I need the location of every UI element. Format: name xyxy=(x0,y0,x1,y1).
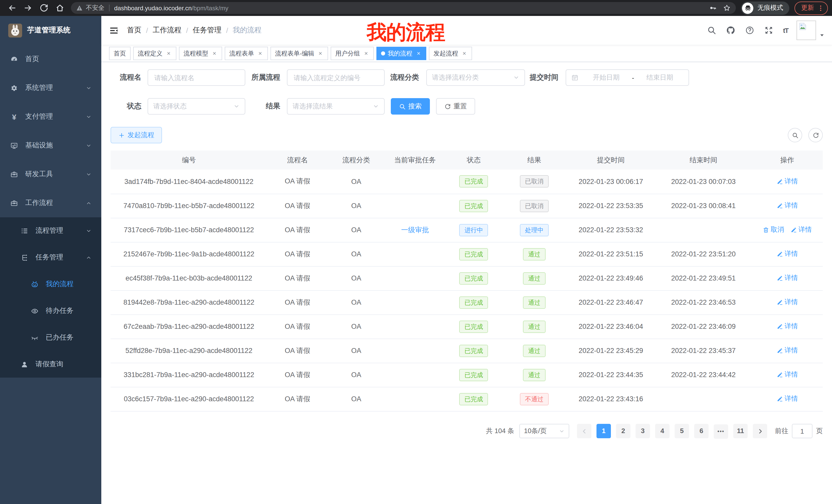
chevron-down-icon xyxy=(233,103,240,109)
sidebar-item-待办任务[interactable]: 待办任务 xyxy=(0,298,101,324)
process-name-input[interactable] xyxy=(148,69,245,86)
column-header-当前审批任务: 当前审批任务 xyxy=(385,150,445,170)
详情-action-link[interactable]: 详情 xyxy=(776,346,798,355)
fullscreen-icon[interactable] xyxy=(764,26,773,35)
table-row: 331bc281-7b9a-11ec-a290-acde48001122OA 请… xyxy=(110,363,823,387)
sidebar-item-流程管理[interactable]: 流程管理 xyxy=(0,217,101,244)
close-icon[interactable]: × xyxy=(363,50,369,57)
submit-time-range-picker[interactable]: 开始日期 - 结束日期 xyxy=(566,69,689,86)
close-icon[interactable]: × xyxy=(257,50,263,57)
next-page-button[interactable] xyxy=(753,424,767,438)
search-icon[interactable] xyxy=(707,26,716,35)
sidebar-item-首页[interactable]: 首页 xyxy=(0,45,101,74)
tab-我的流程[interactable]: 我的流程× xyxy=(376,47,426,60)
result-select[interactable]: 请选择流结果 xyxy=(287,98,385,115)
sidebar-item-我的流程[interactable]: 我的流程 xyxy=(0,271,101,298)
breadcrumb-item[interactable]: 首页 xyxy=(127,26,141,35)
sidebar-item-请假查询[interactable]: 请假查询 xyxy=(0,351,101,377)
help-icon[interactable] xyxy=(745,26,754,35)
sidebar-item-已办任务[interactable]: 已办任务 xyxy=(0,324,101,351)
github-icon[interactable] xyxy=(726,26,735,35)
bookmark-star-icon[interactable] xyxy=(723,4,731,12)
app-logo[interactable]: 芋道管理系统 xyxy=(0,16,101,45)
tab-流程定义[interactable]: 流程定义× xyxy=(133,47,176,60)
cell-task xyxy=(385,266,445,290)
font-size-icon[interactable]: tT xyxy=(783,26,788,34)
refresh-table-button[interactable] xyxy=(808,128,823,142)
collapse-sidebar-icon[interactable] xyxy=(109,25,119,35)
avatar-caret-icon[interactable] xyxy=(819,32,825,38)
page-size-select[interactable]: 10条/页 xyxy=(519,424,569,438)
sidebar-item-任务管理[interactable]: 任务管理 xyxy=(0,244,101,271)
tab-发起流程[interactable]: 发起流程× xyxy=(429,47,472,60)
close-icon[interactable]: × xyxy=(317,50,323,57)
back-icon[interactable] xyxy=(8,4,17,12)
page-button-1[interactable]: 1 xyxy=(597,424,611,438)
status-select[interactable]: 请选择状态 xyxy=(148,98,245,115)
详情-action-link[interactable]: 详情 xyxy=(790,225,812,234)
详情-action-link[interactable]: 详情 xyxy=(776,298,798,307)
forward-icon[interactable] xyxy=(24,4,32,12)
sidebar-item-工作流程[interactable]: 工作流程 xyxy=(0,189,101,217)
close-icon[interactable]: × xyxy=(165,50,172,57)
process-definition-input[interactable] xyxy=(287,69,385,86)
show-search-button[interactable] xyxy=(788,128,802,142)
详情-action-link[interactable]: 详情 xyxy=(776,274,798,283)
tab-流程模型[interactable]: 流程模型× xyxy=(179,47,222,60)
cell-id: 7317cec6-7b9b-11ec-b5b7-acde48001122 xyxy=(110,218,267,242)
current-task-link[interactable]: 一级审批 xyxy=(401,226,429,233)
sidebar-item-基础设施[interactable]: 基础设施 xyxy=(0,131,101,160)
prev-page-button[interactable] xyxy=(577,424,591,438)
goto-page-input[interactable] xyxy=(792,424,812,438)
page-button-11[interactable]: 11 xyxy=(733,424,748,438)
password-key-icon[interactable] xyxy=(709,4,717,12)
详情-action-link[interactable]: 详情 xyxy=(776,201,798,211)
page-button-2[interactable]: 2 xyxy=(616,424,630,438)
tab-用户分组[interactable]: 用户分组× xyxy=(331,47,374,60)
cell-id: 2152467e-7b9b-11ec-9a1b-acde48001122 xyxy=(110,242,267,266)
sidebar-item-label: 支付管理 xyxy=(25,112,53,121)
table-header-row: 编号流程名流程分类当前审批任务状态结果提交时间结束时间操作 xyxy=(110,150,823,170)
取消-action-link[interactable]: 取消 xyxy=(762,225,784,234)
sidebar-item-支付管理[interactable]: ¥支付管理 xyxy=(0,102,101,131)
page-ellipsis[interactable]: ••• xyxy=(714,424,728,439)
breadcrumb-item[interactable]: 任务管理 xyxy=(193,26,222,35)
avatar[interactable] xyxy=(797,21,816,40)
详情-action-link[interactable]: 详情 xyxy=(776,249,798,259)
reload-icon[interactable] xyxy=(40,4,48,12)
page-button-4[interactable]: 4 xyxy=(655,424,670,438)
edit-icon xyxy=(776,371,783,378)
详情-action-link[interactable]: 详情 xyxy=(776,370,798,380)
cell-end-time xyxy=(655,387,752,411)
goto-label: 前往 xyxy=(775,426,788,436)
详情-action-link[interactable]: 详情 xyxy=(776,394,798,403)
start-process-button[interactable]: 发起流程 xyxy=(110,127,162,143)
sidebar-item-系统管理[interactable]: 系统管理 xyxy=(0,74,101,102)
status-badge: 进行中 xyxy=(460,224,488,236)
tab-首页[interactable]: 首页 xyxy=(109,47,131,60)
page-content: 流程名 所属流程 流程分类 请选择流程分类 提交时间 开始日期 - 结束日期 xyxy=(101,62,832,504)
close-icon[interactable]: × xyxy=(415,50,422,57)
page-button-3[interactable]: 3 xyxy=(635,424,650,438)
category-select[interactable]: 请选择流程分类 xyxy=(426,69,525,86)
page-button-5[interactable]: 5 xyxy=(675,424,689,438)
cell-process-name: OA 请假 xyxy=(267,218,328,242)
tab-流程表单[interactable]: 流程表单× xyxy=(225,47,268,60)
reset-button[interactable]: 重置 xyxy=(436,98,475,115)
search-button[interactable]: 搜索 xyxy=(391,98,430,115)
page-button-6[interactable]: 6 xyxy=(694,424,709,438)
home-icon[interactable] xyxy=(55,4,64,12)
close-icon[interactable]: × xyxy=(211,50,217,57)
url-bar[interactable]: 不安全 dashboard.yudao.iocoder.cn/bpm/task/… xyxy=(71,2,736,14)
详情-action-link[interactable]: 详情 xyxy=(776,322,798,331)
cell-result: 通过 xyxy=(502,363,566,387)
update-button[interactable]: 更新 xyxy=(795,1,828,15)
edit-icon xyxy=(790,227,797,233)
tab-流程表单-编辑[interactable]: 流程表单-编辑× xyxy=(270,47,328,60)
sidebar-item-label: 首页 xyxy=(25,54,39,64)
sidebar-item-研发工具[interactable]: 研发工具 xyxy=(0,160,101,189)
breadcrumb-item[interactable]: 工作流程 xyxy=(153,26,182,35)
close-icon[interactable]: × xyxy=(461,50,467,57)
browser-menu-icon[interactable] xyxy=(817,4,824,11)
详情-action-link[interactable]: 详情 xyxy=(776,177,798,186)
